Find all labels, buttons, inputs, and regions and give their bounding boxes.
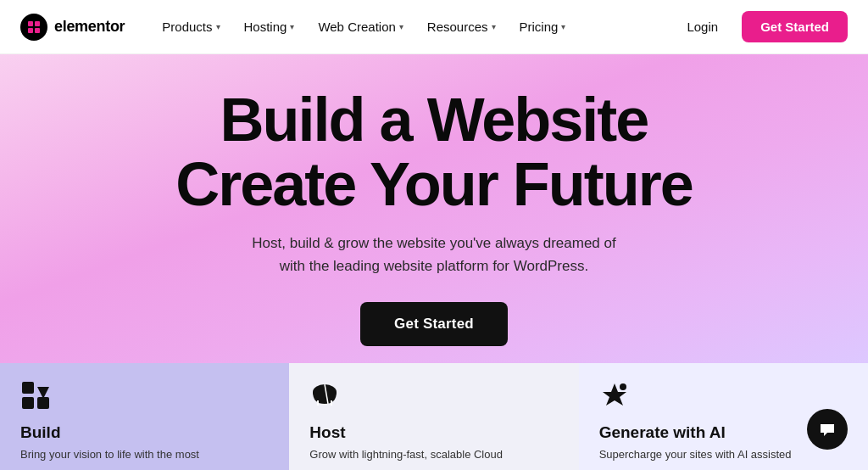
build-icon [20, 380, 269, 415]
chevron-down-icon: ▾ [399, 22, 403, 31]
card-ai-desc: Supercharge your sites with AI assisted [599, 447, 848, 462]
hero-title-line1: Build a Website [220, 86, 648, 154]
logo-text: elementor [54, 18, 125, 36]
svg-rect-1 [35, 21, 40, 26]
hero-subtitle: Host, build & grow the website you've al… [252, 232, 615, 277]
chevron-down-icon: ▾ [216, 22, 220, 31]
card-host[interactable]: Host Grow with lightning-fast, scalable … [289, 363, 578, 470]
svg-rect-3 [35, 28, 40, 33]
nav-webcreation-label: Web Creation [318, 20, 395, 34]
chevron-down-icon: ▾ [492, 22, 496, 31]
get-started-nav-button[interactable]: Get Started [742, 11, 848, 42]
nav-pricing-label: Pricing [520, 20, 559, 34]
svg-marker-5 [37, 387, 49, 399]
svg-rect-4 [22, 382, 34, 394]
chevron-down-icon: ▾ [561, 22, 565, 31]
card-host-desc: Grow with lightning-fast, scalable Cloud [309, 447, 558, 462]
nav-items: Products ▾ Hosting ▾ Web Creation ▾ Reso… [152, 13, 676, 41]
nav-item-pricing[interactable]: Pricing ▾ [509, 13, 576, 41]
card-host-title: Host [309, 423, 558, 442]
logo-icon [20, 14, 47, 41]
chat-bubble-button[interactable] [807, 409, 848, 450]
hero-title: Build a Website Create Your Future [175, 88, 692, 216]
card-build[interactable]: Build Bring your vision to life with the… [0, 363, 289, 470]
nav-hosting-label: Hosting [244, 20, 287, 34]
logo[interactable]: elementor [20, 14, 125, 41]
ai-icon [599, 380, 848, 415]
svg-rect-7 [37, 397, 49, 409]
nav-item-webcreation[interactable]: Web Creation ▾ [308, 13, 413, 41]
svg-rect-2 [28, 28, 33, 33]
card-build-title: Build [20, 423, 269, 442]
svg-rect-6 [22, 397, 34, 409]
login-button[interactable]: Login [676, 13, 728, 41]
card-build-desc: Bring your vision to life with the most [20, 447, 269, 462]
chevron-down-icon: ▾ [290, 22, 294, 31]
nav-item-resources[interactable]: Resources ▾ [417, 13, 506, 41]
hero-subtitle-line2: with the leading website platform for Wo… [280, 258, 588, 274]
nav-item-hosting[interactable]: Hosting ▾ [234, 13, 305, 41]
navbar: elementor Products ▾ Hosting ▾ Web Creat… [0, 0, 868, 54]
cards-section: Build Bring your vision to life with the… [0, 363, 868, 470]
svg-rect-0 [28, 21, 33, 26]
hero-cta-button[interactable]: Get Started [360, 302, 508, 346]
nav-products-label: Products [162, 20, 212, 34]
nav-actions: Login Get Started [676, 11, 848, 42]
svg-point-11 [620, 383, 626, 390]
nav-item-products[interactable]: Products ▾ [152, 13, 230, 41]
hero-title-line2: Create Your Future [175, 150, 692, 218]
host-icon [309, 380, 558, 415]
nav-resources-label: Resources [427, 20, 488, 34]
hero-section: Build a Website Create Your Future Host,… [0, 54, 868, 363]
hero-subtitle-line1: Host, build & grow the website you've al… [252, 235, 615, 251]
